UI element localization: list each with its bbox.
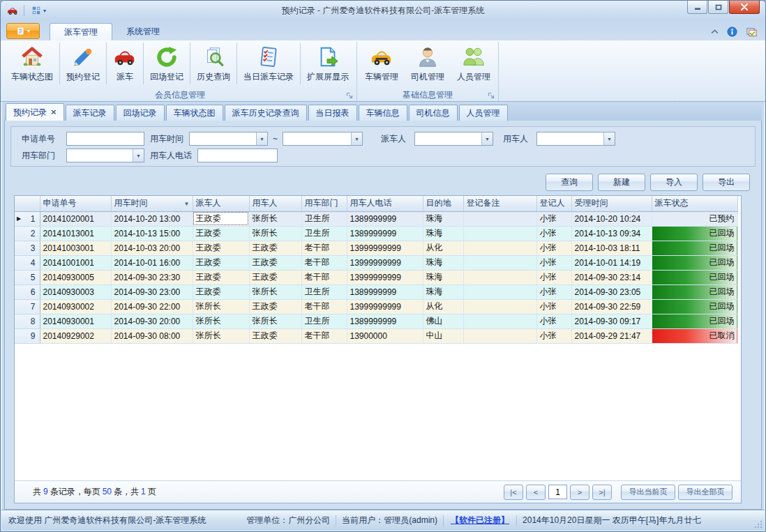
dispatcher-combo[interactable]: ▼ <box>414 132 493 146</box>
doc-tab-7[interactable]: 司机信息 <box>409 105 458 121</box>
cell[interactable]: 老干部 <box>301 255 347 270</box>
last-page-button[interactable]: >| <box>592 485 612 500</box>
cell[interactable]: 小张 <box>536 241 571 255</box>
prev-page-button[interactable]: < <box>526 485 546 500</box>
ribbon-button-checklist[interactable]: 当日派车记录 <box>237 43 301 84</box>
maximize-button[interactable] <box>708 1 728 14</box>
column-header[interactable]: 目的地 <box>423 196 463 211</box>
export-button[interactable]: 导出 <box>703 174 750 191</box>
new-button[interactable]: 新建 <box>598 174 645 191</box>
cell[interactable]: 20141001001 <box>40 255 111 270</box>
cell[interactable] <box>463 270 536 284</box>
next-page-button[interactable]: > <box>570 485 589 500</box>
car-user-input[interactable] <box>537 132 603 145</box>
skin-icon[interactable] <box>746 26 757 37</box>
status-cell[interactable]: 已回场 <box>652 226 737 241</box>
cell[interactable]: 2014-09-30 09:17 <box>571 314 652 328</box>
cell[interactable]: 2014-10-03 20:00 <box>111 241 193 255</box>
cell[interactable]: 2014-10-20 10:24 <box>571 211 652 226</box>
ribbon-button-search-docs[interactable]: 历史查询 <box>190 43 237 84</box>
cell[interactable]: 小张 <box>536 211 571 226</box>
doc-tab-2[interactable]: 回场记录 <box>116 105 165 121</box>
cell[interactable]: 珠海 <box>423 255 463 270</box>
cell[interactable]: 13999999999 <box>347 255 423 270</box>
status-cell[interactable]: 已回场 <box>652 299 737 314</box>
column-header[interactable]: 用车部门 <box>301 196 347 211</box>
dept-combo[interactable]: ▼ <box>66 149 144 162</box>
dropdown-arrow-icon[interactable]: ▼ <box>481 132 493 145</box>
ribbon-button-car-yellow[interactable]: 车辆管理 <box>359 43 405 84</box>
status-cell[interactable]: 已回场 <box>652 314 737 328</box>
table-row[interactable]: 5201409300052014-09-30 23:30王政委王政委老干部139… <box>15 270 737 284</box>
export-current-page-button[interactable]: 导出当前页 <box>621 485 675 500</box>
cell[interactable]: 2014-10-13 09:34 <box>571 226 652 241</box>
dialog-launcher-icon[interactable] <box>346 92 353 99</box>
cell[interactable]: 20140930002 <box>40 299 111 314</box>
dept-input[interactable] <box>67 149 133 162</box>
table-row[interactable]: 3201410030012014-10-03 20:00王政委王政委老干部139… <box>15 241 737 255</box>
cell[interactable]: 王政委 <box>193 284 249 299</box>
time-from-input[interactable] <box>190 132 256 145</box>
ribbon-button-house[interactable]: 车辆状态图 <box>5 43 60 84</box>
cell[interactable]: 卫生所 <box>301 226 347 241</box>
cell[interactable]: 1389999999 <box>347 226 423 241</box>
cell[interactable]: 王政委 <box>249 299 301 314</box>
column-header[interactable]: 受理时间 <box>571 196 652 211</box>
car-user-combo[interactable]: ▼ <box>536 132 615 146</box>
resize-grip[interactable] <box>753 519 763 529</box>
cell[interactable]: 1389999999 <box>347 314 423 328</box>
cell[interactable]: 王政委 <box>193 226 249 241</box>
column-header[interactable]: 派车状态 <box>652 196 737 211</box>
cell[interactable]: 小张 <box>536 284 571 299</box>
cell[interactable]: 老干部 <box>301 241 347 255</box>
status-cell[interactable]: 已回场 <box>652 241 737 255</box>
status-cell[interactable]: 已预约 <box>652 211 737 226</box>
minimize-button[interactable] <box>687 1 707 14</box>
cell[interactable] <box>463 226 536 241</box>
cell[interactable]: 张所长 <box>249 314 301 328</box>
ribbon-tab-dispatch[interactable]: 派车管理 <box>50 23 112 40</box>
cell[interactable] <box>463 255 536 270</box>
dropdown-arrow-icon[interactable]: ▼ <box>351 132 362 145</box>
cell[interactable]: 王政委 <box>249 328 301 343</box>
cell[interactable]: 20140929002 <box>40 328 111 343</box>
cell[interactable]: 张所长 <box>249 211 301 226</box>
ribbon-tab-system[interactable]: 系统管理 <box>112 23 174 40</box>
tab-close-icon[interactable]: × <box>51 109 57 116</box>
cell[interactable] <box>463 299 536 314</box>
ribbon-button-car-red[interactable]: 派车 <box>107 43 144 84</box>
cell[interactable]: 2014-09-30 22:59 <box>571 299 652 314</box>
cell[interactable]: 小张 <box>536 270 571 284</box>
cell[interactable]: 2014-09-30 23:30 <box>111 270 193 284</box>
cell[interactable]: 小张 <box>536 226 571 241</box>
software-registered-link[interactable]: 【软件已注册】 <box>451 515 509 526</box>
cell[interactable]: 20140930003 <box>40 284 111 299</box>
cell[interactable]: 张所长 <box>193 314 249 328</box>
doc-tab-5[interactable]: 当日报表 <box>308 105 357 121</box>
status-cell[interactable]: 已取消 <box>652 328 737 343</box>
cell[interactable]: 珠海 <box>423 226 463 241</box>
cell[interactable] <box>463 284 536 299</box>
time-to-input[interactable] <box>283 132 351 145</box>
cell[interactable]: 2014-10-13 15:00 <box>111 226 193 241</box>
application-menu-button[interactable]: ▾ <box>6 23 40 39</box>
ribbon-button-people[interactable]: 人员管理 <box>451 43 497 84</box>
status-cell[interactable]: 已回场 <box>652 270 737 284</box>
doc-tab-3[interactable]: 车辆状态图 <box>166 105 223 121</box>
cell[interactable]: 2014-09-29 21:47 <box>571 328 652 343</box>
row-indicator-header[interactable] <box>15 196 40 211</box>
cell[interactable]: 老干部 <box>301 328 347 343</box>
cell[interactable] <box>463 314 536 328</box>
doc-tab-4[interactable]: 派车历史记录查询 <box>225 105 307 121</box>
cell[interactable]: 2014-10-03 18:11 <box>571 241 652 255</box>
column-header[interactable]: 申请单号 <box>40 196 111 211</box>
ribbon-button-refresh[interactable]: 回场登记 <box>144 43 190 84</box>
cell[interactable]: 13999999999 <box>347 241 423 255</box>
query-button[interactable]: 查询 <box>546 174 593 191</box>
ribbon-button-driver[interactable]: 司机管理 <box>405 43 451 84</box>
column-header[interactable]: 用车人 <box>249 196 301 211</box>
doc-tab-1[interactable]: 派车记录 <box>66 105 114 121</box>
cell[interactable]: 13900000 <box>347 328 423 343</box>
status-cell[interactable]: 已回场 <box>652 284 737 299</box>
cell[interactable]: 中山 <box>423 328 463 343</box>
